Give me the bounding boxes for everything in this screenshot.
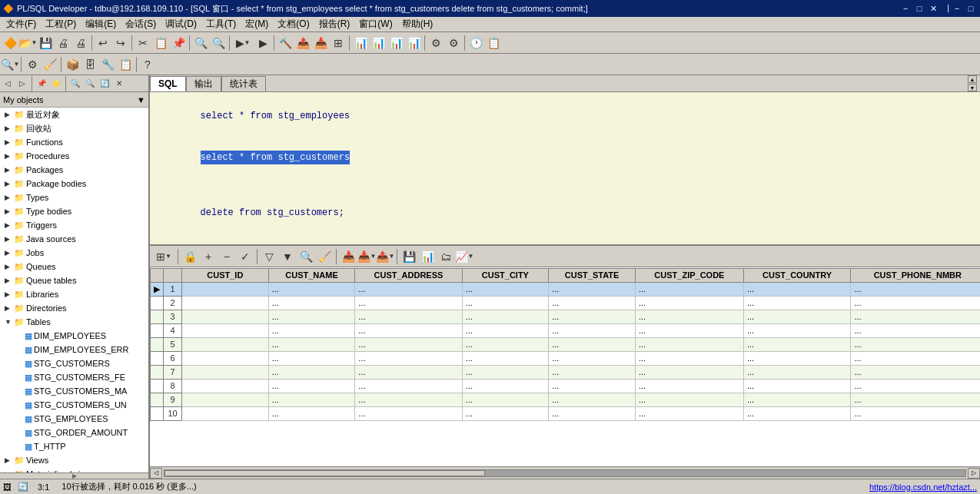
compile2-button[interactable]: 📤: [294, 35, 311, 51]
cell-cust-city[interactable]: ...: [462, 337, 549, 351]
tree-item-queues[interactable]: ▶📁Queues: [0, 260, 148, 274]
cell-cust-id[interactable]: [182, 296, 269, 310]
history-button[interactable]: 🕐: [467, 35, 484, 51]
cell-cust-name[interactable]: ...: [268, 406, 355, 420]
cell-cust-city[interactable]: ...: [462, 310, 549, 323]
cell-cust-phone[interactable]: ...: [851, 337, 980, 351]
redo-button[interactable]: ↪: [112, 35, 129, 51]
col-cust-city-header[interactable]: CUST_CITY: [462, 268, 549, 282]
cell-cust-zip[interactable]: ...: [635, 337, 743, 351]
grid-search[interactable]: 🔍: [297, 248, 314, 265]
col-cust-country-header[interactable]: CUST_COUNTRY: [743, 268, 851, 282]
compile3-button[interactable]: 📥: [312, 35, 329, 51]
new-button[interactable]: 🔶: [2, 35, 18, 51]
grid-add[interactable]: +: [200, 248, 217, 265]
cell-cust-country[interactable]: ...: [743, 379, 851, 393]
tree-item-stg_customers_ma[interactable]: ▦STG_CUSTOMERS_MA: [0, 384, 148, 398]
grid-chart[interactable]: 📈▼: [456, 248, 473, 265]
cell-cust-country[interactable]: ...: [743, 406, 851, 420]
cell-cust-name[interactable]: ...: [268, 310, 355, 323]
cell-cust-phone[interactable]: ...: [851, 323, 980, 337]
tree-item-stg_employees[interactable]: ▦STG_EMPLOYEES: [0, 412, 148, 426]
tree-item-packages[interactable]: ▶📁Packages: [0, 163, 148, 177]
copy-button[interactable]: 📋: [152, 35, 169, 51]
cell-cust-city[interactable]: ...: [462, 393, 549, 406]
menu-window[interactable]: 窗口(W): [354, 17, 397, 31]
menu-file[interactable]: 文件(F): [2, 17, 41, 31]
cell-cust-zip[interactable]: ...: [635, 379, 743, 393]
lp-obj[interactable]: ⭐: [49, 77, 63, 91]
lp-close[interactable]: ✕: [112, 77, 126, 91]
cell-cust-phone[interactable]: ...: [851, 365, 980, 379]
data-grid-area[interactable]: CUST_ID CUST_NAME CUST_ADDRESS CUST_CITY…: [150, 267, 980, 466]
open-dropdown[interactable]: 📂▼: [19, 35, 36, 51]
cell-cust-zip[interactable]: ...: [635, 296, 743, 310]
export2-button[interactable]: 📊: [370, 35, 387, 51]
panel-resize-handle[interactable]: ▶: [0, 472, 148, 479]
lp-ref[interactable]: 🔄: [98, 77, 111, 91]
table-row[interactable]: 2.....................fuck: [151, 296, 981, 310]
cell-cust-state[interactable]: ...: [549, 310, 636, 323]
cell-cust-state[interactable]: ...: [549, 337, 636, 351]
tab-sql[interactable]: SQL: [150, 76, 186, 91]
grid-import[interactable]: 📥: [340, 248, 357, 265]
tb2-obj3[interactable]: 🔧: [99, 56, 116, 73]
lp-pin[interactable]: 📌: [35, 77, 48, 91]
cell-cust-name[interactable]: ...: [268, 365, 355, 379]
cell-cust-name[interactable]: ...: [268, 351, 355, 365]
cell-cust-state[interactable]: ...: [549, 365, 636, 379]
tree-item-materialized-views[interactable]: ▶📁Materialized views: [0, 467, 148, 472]
cell-cust-country[interactable]: ...: [743, 296, 851, 310]
cell-cust-zip[interactable]: ...: [635, 323, 743, 337]
cell-cust-zip[interactable]: ...: [635, 365, 743, 379]
tree-item-回收站[interactable]: ▶📁回收站: [0, 121, 148, 135]
cell-cust-zip[interactable]: ...: [635, 282, 743, 296]
sql-editor[interactable]: select * from stg_employees select * fro…: [150, 92, 980, 246]
explain-button[interactable]: ⚙: [427, 35, 444, 51]
lp-back[interactable]: ◁: [1, 77, 15, 91]
tree-item-procedures[interactable]: ▶📁Procedures: [0, 149, 148, 163]
menu-session[interactable]: 会话(S): [121, 17, 161, 31]
cell-cust-city[interactable]: ...: [462, 323, 549, 337]
tree-item-dim_employees[interactable]: ▦DIM_EMPLOYEES: [0, 329, 148, 343]
table-row[interactable]: 10.....................mmmm: [151, 406, 981, 420]
cell-cust-state[interactable]: ...: [549, 323, 636, 337]
grid-export[interactable]: 📤▼: [377, 248, 394, 265]
tb2-search[interactable]: 🔍▼: [2, 56, 18, 73]
editor-scroll-down[interactable]: ▼: [968, 84, 977, 91]
search2-button[interactable]: 🔍: [210, 35, 227, 51]
tree-item-dim_employees_err[interactable]: ▦DIM_EMPLOYEES_ERR: [0, 343, 148, 356]
table-row[interactable]: 4.....................mmmm: [151, 323, 981, 337]
tab-output[interactable]: 输出: [186, 76, 221, 91]
cell-cust-state[interactable]: ...: [549, 351, 636, 365]
tb2-obj4[interactable]: 📋: [117, 56, 134, 73]
tree-item-directories[interactable]: ▶📁Directories: [0, 301, 148, 315]
cell-cust-country[interactable]: ...: [743, 337, 851, 351]
cell-cust-address[interactable]: ...: [355, 337, 462, 351]
print2-button[interactable]: 🖨: [72, 35, 89, 51]
tree-item-libraries[interactable]: ▶📁Libraries: [0, 287, 148, 301]
grid-remove[interactable]: −: [218, 248, 235, 265]
history2-button[interactable]: 📋: [485, 35, 502, 51]
cell-cust-name[interactable]: ...: [268, 282, 355, 296]
tb2-help[interactable]: ?: [139, 56, 156, 73]
tb2-eraser[interactable]: 🧹: [42, 56, 58, 73]
cell-cust-phone[interactable]: ...: [851, 296, 980, 310]
lp-forward[interactable]: ▷: [15, 77, 29, 91]
object-tree[interactable]: ▶📁最近对象▶📁回收站▶📁Functions▶📁Procedures▶📁Pack…: [0, 108, 148, 472]
cell-cust-id[interactable]: [182, 310, 269, 323]
paste-button[interactable]: 📌: [170, 35, 187, 51]
table-row[interactable]: ▶1.....................mmmm: [151, 282, 981, 296]
execute-button[interactable]: ▶: [254, 35, 271, 51]
cell-cust-id[interactable]: [182, 323, 269, 337]
tab-stats[interactable]: 统计表: [221, 76, 266, 91]
cut-button[interactable]: ✂: [135, 35, 151, 51]
cell-cust-address[interactable]: ...: [355, 296, 462, 310]
cell-cust-phone[interactable]: ...: [851, 393, 980, 406]
table-row[interactable]: 8.....................mmmm: [151, 379, 981, 393]
cell-cust-city[interactable]: ...: [462, 379, 549, 393]
grid-filter[interactable]: ▽: [261, 248, 277, 265]
cell-cust-address[interactable]: ...: [355, 406, 462, 420]
grid-button[interactable]: ⊞: [330, 35, 347, 51]
cell-cust-city[interactable]: ...: [462, 296, 549, 310]
